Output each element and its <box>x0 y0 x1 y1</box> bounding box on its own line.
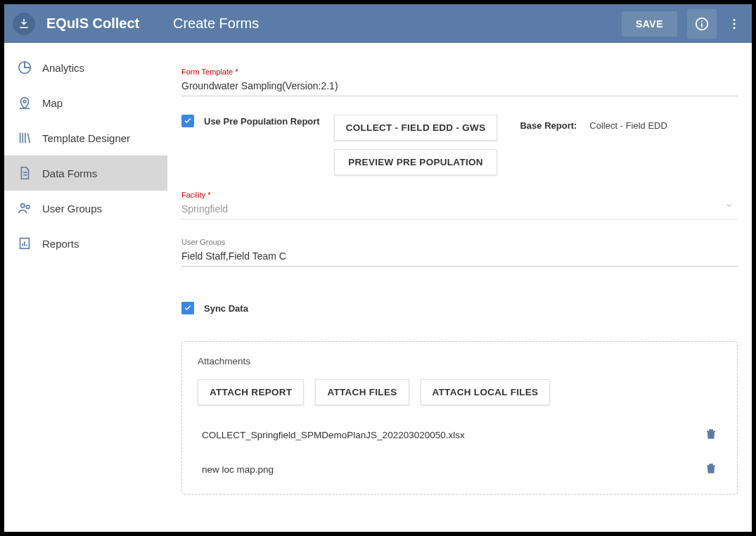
user-groups-field[interactable]: User Groups Field Staff,Field Team C <box>181 238 738 267</box>
attach-local-files-button[interactable]: ATTACH LOCAL FILES <box>421 379 551 405</box>
document-icon <box>17 165 42 181</box>
sidebar-item-label: Data Forms <box>42 167 97 179</box>
sidebar-item-label: Template Designer <box>42 132 130 144</box>
report-icon <box>17 236 42 251</box>
facility-label: Facility * <box>181 191 738 199</box>
map-pin-icon <box>17 95 42 110</box>
info-icon <box>694 16 710 32</box>
attachment-name: new loc map.png <box>202 464 274 475</box>
delete-attachment-button[interactable] <box>705 428 717 442</box>
svg-point-8 <box>26 205 30 209</box>
app-logo[interactable] <box>4 13 43 35</box>
topbar: EQuIS Collect Create Forms SAVE <box>4 4 752 43</box>
pie-chart-icon <box>17 60 42 75</box>
attachments-panel: Attachments ATTACH REPORT ATTACH FILES A… <box>181 341 738 494</box>
use-prepop-checkbox[interactable] <box>181 115 194 127</box>
more-menu-button[interactable] <box>724 9 745 39</box>
sidebar: Analytics Map Template Designer Data For… <box>4 43 167 532</box>
svg-point-3 <box>733 18 736 20</box>
user-groups-value: Field Staff,Field Team C <box>181 249 738 267</box>
sidebar-item-analytics[interactable]: Analytics <box>4 50 167 85</box>
sidebar-item-user-groups[interactable]: User Groups <box>4 191 167 226</box>
attachment-name: COLLECT_Springfield_SPMDemoPlanJS_202203… <box>202 430 465 440</box>
sidebar-item-template-designer[interactable]: Template Designer <box>4 120 167 155</box>
app-logo-icon <box>18 18 30 30</box>
form-template-field[interactable]: Form Template * Groundwater Sampling(Ver… <box>181 68 738 96</box>
check-icon <box>184 304 192 312</box>
sync-data-label: Sync Data <box>204 303 248 314</box>
attachments-title: Attachments <box>198 356 722 366</box>
attach-report-button[interactable]: ATTACH REPORT <box>198 379 304 405</box>
more-vert-icon <box>727 17 741 31</box>
svg-point-7 <box>21 204 25 208</box>
trash-icon <box>705 428 717 440</box>
app-title: EQuIS Collect <box>43 15 169 32</box>
trash-icon <box>705 462 717 475</box>
delete-attachment-button[interactable] <box>705 462 717 477</box>
sync-data-checkbox[interactable] <box>181 302 194 314</box>
sidebar-item-data-forms[interactable]: Data Forms <box>4 155 167 191</box>
svg-point-4 <box>733 23 736 25</box>
books-icon <box>17 130 42 146</box>
sidebar-item-label: Map <box>42 97 63 109</box>
attach-files-button[interactable]: ATTACH FILES <box>315 379 409 405</box>
chevron-down-icon <box>725 200 733 212</box>
user-groups-label: User Groups <box>181 238 738 246</box>
collect-report-button[interactable]: COLLECT - FIELD EDD - GWS <box>334 115 498 141</box>
use-prepop-label: Use Pre Population Report <box>204 116 320 127</box>
svg-point-1 <box>701 20 703 22</box>
base-report-value: Collect - Field EDD <box>589 120 667 131</box>
preview-prepop-button[interactable]: PREVIEW PRE POPULATION <box>334 149 498 175</box>
form-template-label: Form Template * <box>181 68 738 76</box>
svg-point-6 <box>23 100 26 103</box>
save-button[interactable]: SAVE <box>622 11 677 37</box>
attachment-row: COLLECT_Springfield_SPMDemoPlanJS_202203… <box>198 418 722 452</box>
sidebar-item-reports[interactable]: Reports <box>4 226 167 261</box>
facility-field[interactable]: Facility * Springfield <box>181 191 738 219</box>
info-button[interactable] <box>687 9 717 39</box>
attachment-row: new loc map.png <box>198 452 722 487</box>
content-area: Form Template * Groundwater Sampling(Ver… <box>167 43 752 532</box>
svg-rect-2 <box>701 23 703 27</box>
sidebar-item-label: Reports <box>42 238 79 250</box>
check-icon <box>184 117 192 125</box>
sidebar-item-label: Analytics <box>42 62 84 74</box>
facility-value: Springfield <box>181 202 738 219</box>
page-title: Create Forms <box>173 15 259 32</box>
sidebar-item-map[interactable]: Map <box>4 85 167 120</box>
svg-point-5 <box>733 27 736 29</box>
form-template-value: Groundwater Sampling(Version:2.1) <box>181 79 738 96</box>
base-report-label: Base Report: <box>520 120 577 131</box>
users-icon <box>17 200 42 216</box>
sidebar-item-label: User Groups <box>42 203 102 215</box>
